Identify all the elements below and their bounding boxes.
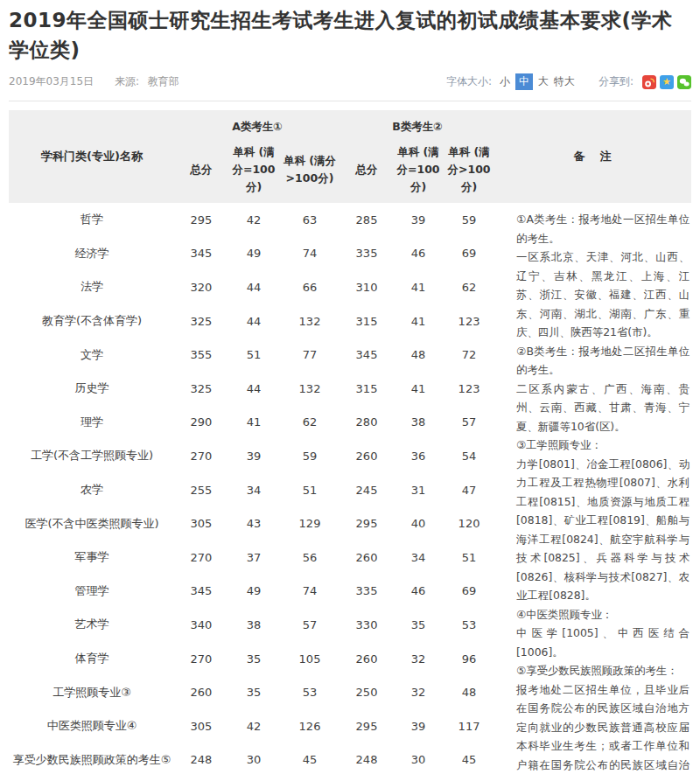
publish-date: 2019年03月15日 [9,75,94,87]
category-cell: 医学(不含中医类照顾专业) [9,506,175,540]
remark-paragraph: 二区系内蒙古、广西、海南、贵州、云南、西藏、甘肃、青海、宁夏、新疆等10省(区)… [516,380,690,436]
remark-paragraph: ③工学照顾专业： [516,436,690,455]
score-cell: 77 [280,338,340,372]
score-cell: 295 [340,709,394,743]
category-cell: 教育学(不含体育学) [9,304,175,338]
score-cell: 248 [175,743,228,774]
score-cell: 96 [443,642,495,676]
score-cell: 129 [280,506,340,540]
table-row: 哲学29542632853959①A类考生：报考地处一区招生单位的考生。一区系北… [9,203,691,237]
font-size-medium[interactable]: 中 [515,73,533,90]
score-cell: 39 [228,439,280,473]
meta-toolbar: 字体大小: 小 中 大 特大 分享到: ★ [446,73,691,90]
font-size-large[interactable]: 大 [538,74,549,89]
score-cell: 295 [340,506,394,540]
score-cell: 43 [228,506,280,540]
score-cell: 245 [340,473,394,507]
score-cell: 34 [228,473,280,507]
score-cell: 260 [340,642,394,676]
score-cell: 44 [228,270,280,304]
score-cell: 41 [394,304,443,338]
score-cell: 74 [280,575,340,609]
score-cell: 51 [443,540,495,575]
score-cell: 39 [394,203,443,237]
score-cell: 132 [280,372,340,406]
score-cell: 270 [175,540,228,575]
category-cell: 经济学 [9,237,175,271]
score-cell: 31 [394,473,443,507]
score-cell: 39 [394,709,443,743]
qzone-share-icon[interactable]: ★ [660,75,674,89]
score-cell: 49 [228,237,280,271]
score-cell: 325 [175,304,228,338]
remark-paragraph: 一区系北京、天津、河北、山西、辽宁、吉林、黑龙江、上海、江苏、浙江、安徽、福建、… [516,248,690,342]
table-body: 哲学29542632853959①A类考生：报考地处一区招生单位的考生。一区系北… [9,203,691,774]
score-cell: 42 [228,709,280,743]
column-header-remarks: 备 注 [495,110,691,203]
score-cell: 57 [443,406,495,440]
score-cell: 44 [228,372,280,406]
column-header-singleover100-a: 单科 (满分>100分) [280,136,340,203]
wechat-share-icon[interactable] [677,75,691,89]
score-cell: 320 [175,270,228,304]
table-header: 学科门类(专业)名称 A类考生① B类考生② 备 注 总分 单科 (满分=100… [9,110,691,203]
score-cell: 310 [340,270,394,304]
score-cell: 35 [228,642,280,676]
score-cell: 305 [175,506,228,540]
score-cell: 126 [280,709,340,743]
score-cell: 290 [175,406,228,440]
score-cell: 46 [394,575,443,609]
category-cell: 农学 [9,473,175,507]
category-cell: 体育学 [9,642,175,676]
score-cell: 72 [443,338,495,372]
category-cell: 享受少数民族照顾政策的考生⑤ [9,743,175,774]
score-cell: 35 [228,675,280,709]
score-cell: 117 [443,709,495,743]
remark-paragraph: ⑤享受少数民族照顾政策的考生： [516,661,690,680]
remark-paragraph: 中医学[1005]、中西医结合[1006]。 [516,624,690,661]
score-cell: 260 [340,439,394,473]
score-cell: 62 [280,406,340,440]
category-cell: 理学 [9,406,175,440]
score-cell: 46 [394,237,443,271]
score-cell: 345 [175,237,228,271]
score-cell: 335 [340,237,394,271]
score-cell: 123 [443,372,495,406]
score-cell: 315 [340,304,394,338]
remark-paragraph: ④中医类照顾专业： [516,605,690,624]
category-cell: 艺术学 [9,608,175,642]
score-cell: 45 [280,743,340,774]
column-group-a: A类考生① [175,110,340,136]
score-cell: 30 [228,743,280,774]
category-cell: 哲学 [9,203,175,237]
column-header-single100-a: 单科 (满分=100分) [228,136,280,203]
score-cell: 132 [280,304,340,338]
font-size-small[interactable]: 小 [500,74,510,89]
score-cell: 305 [175,709,228,743]
score-cell: 35 [394,608,443,642]
category-cell: 工学(不含工学照顾专业) [9,439,175,473]
category-cell: 工学照顾专业③ [9,675,175,709]
score-cell: 340 [175,608,228,642]
score-cell: 42 [228,203,280,237]
score-cell: 248 [340,743,394,774]
score-cell: 32 [394,675,443,709]
font-size-label: 字体大小: [446,74,492,89]
score-cell: 44 [228,304,280,338]
column-header-category: 学科门类(专业)名称 [9,110,175,203]
score-cell: 285 [340,203,394,237]
source-value: 教育部 [148,75,179,87]
weibo-share-icon[interactable] [642,75,656,89]
score-cell: 63 [280,203,340,237]
remark-paragraph: 报考地处二区招生单位，且毕业后在国务院公布的民族区域自治地方定向就业的少数民族普… [516,680,690,774]
score-cell: 56 [280,540,340,575]
category-cell: 军事学 [9,540,175,575]
score-cell: 38 [228,608,280,642]
score-cell: 280 [340,406,394,440]
font-size-xlarge[interactable]: 特大 [554,74,575,89]
meta-bar: 2019年03月15日 来源: 教育部 字体大小: 小 中 大 特大 分享到: … [9,73,691,101]
score-cell: 270 [175,642,228,676]
score-cell: 37 [228,540,280,575]
score-cell: 325 [175,372,228,406]
score-cell: 59 [280,439,340,473]
